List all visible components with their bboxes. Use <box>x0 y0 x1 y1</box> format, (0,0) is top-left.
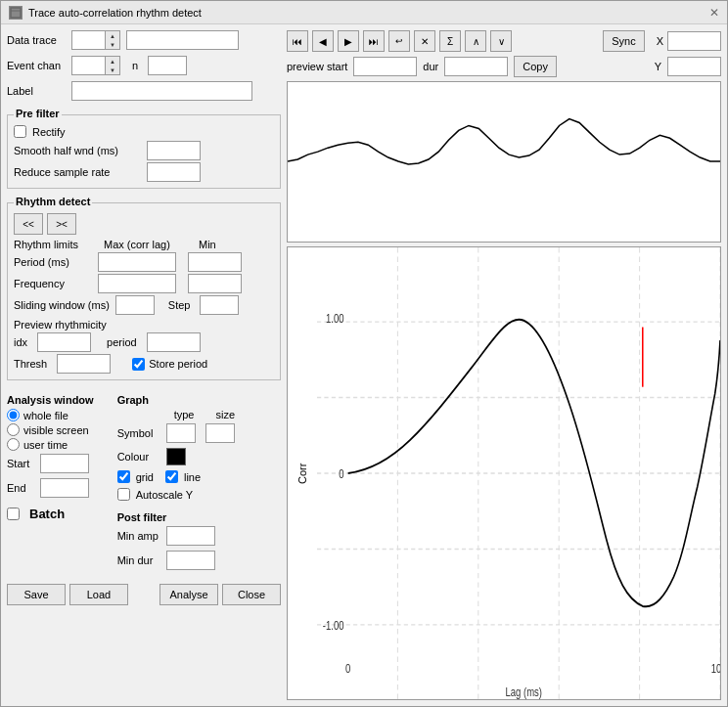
data-trace-input[interactable]: 1 <box>71 30 106 50</box>
colour-label: Colour <box>117 451 160 463</box>
user-time-row: user time <box>7 438 94 451</box>
grid-checkbox[interactable] <box>117 470 130 483</box>
symbol-size-input[interactable]: 0 <box>205 423 235 443</box>
colour-row: Colour <box>117 448 235 465</box>
rhythm-min-label: Min <box>199 239 216 250</box>
data-trace-spinner[interactable]: 1 ▲ ▼ <box>71 30 120 50</box>
n-label: n <box>132 60 138 71</box>
corr-label: Corr <box>296 463 308 483</box>
sum-btn[interactable]: Σ <box>439 30 461 52</box>
svg-text:-1.00: -1.00 <box>323 619 344 632</box>
main-window: Trace auto-correlation rhythm detect ✕ D… <box>0 0 728 707</box>
data-trace-name[interactable]: fly song <box>126 30 239 50</box>
period-max-input[interactable]: 10 <box>98 252 176 272</box>
visible-screen-radio[interactable] <box>7 423 20 436</box>
close-icon[interactable]: ✕ <box>709 6 719 20</box>
end-row: End 100 <box>7 478 94 498</box>
dur-input[interactable]: 30.000 <box>444 57 508 76</box>
visible-screen-row: visible screen <box>7 423 94 436</box>
min-dur-input[interactable]: 0 <box>166 551 215 570</box>
line-checkbox[interactable] <box>165 470 178 483</box>
min-amp-input[interactable]: 0 <box>166 526 215 546</box>
batch-label: Batch <box>29 507 65 521</box>
store-period-label: Store period <box>149 358 207 370</box>
close-button[interactable]: Close <box>222 584 281 605</box>
size-label: size <box>215 409 235 420</box>
event-chan-arrows[interactable]: ▲ ▼ <box>106 56 120 75</box>
sync-button[interactable]: Sync <box>603 30 644 52</box>
end-input[interactable]: 100 <box>40 478 89 498</box>
rectify-checkbox[interactable] <box>14 125 26 138</box>
analysis-graph-row: Analysis window whole file visible scree… <box>7 392 281 572</box>
start-label: Start <box>7 458 34 469</box>
start-input[interactable]: 0 <box>40 454 89 473</box>
load-button[interactable]: Load <box>69 584 128 605</box>
rhythm-nav-row: << >< <box>14 213 274 235</box>
smooth-label: Smooth half wnd (ms) <box>14 145 141 156</box>
thresh-input[interactable]: 0.5 <box>57 354 111 374</box>
batch-checkbox[interactable] <box>7 508 20 520</box>
smooth-input[interactable]: 0 <box>147 141 201 160</box>
period-row: Period (ms) 10 0 <box>14 252 274 272</box>
type-label: type <box>174 409 195 420</box>
sliding-input[interactable]: 30 <box>115 295 155 315</box>
autoscale-row: Autoscale Y <box>117 488 235 501</box>
up-btn[interactable]: ∧ <box>465 30 486 52</box>
grid-line-row: grid line <box>117 470 235 483</box>
freq-min-input[interactable] <box>188 274 242 293</box>
data-trace-arrows[interactable]: ▲ ▼ <box>106 30 120 50</box>
data-trace-up[interactable]: ▲ <box>106 31 119 40</box>
preview-row: preview start 3141.8 dur 30.000 Copy Y -… <box>287 56 721 77</box>
y-value[interactable]: -1.000 <box>667 57 721 76</box>
x-value[interactable]: 9.260 <box>667 31 721 51</box>
event-chan-spinner[interactable]: a ▲ ▼ <box>71 56 120 75</box>
preview-start-label: preview start <box>287 61 347 72</box>
save-button[interactable]: Save <box>7 584 66 605</box>
dur-label: dur <box>423 61 438 72</box>
last-btn[interactable]: ⏭ <box>363 30 385 52</box>
event-chan-down[interactable]: ▼ <box>106 66 119 74</box>
period-value-input[interactable]: 5.750 <box>147 332 201 352</box>
store-period-checkbox[interactable] <box>132 358 145 371</box>
down-btn[interactable]: ∨ <box>490 30 512 52</box>
event-chan-input[interactable]: a <box>71 56 106 75</box>
reduce-input[interactable]: 1 <box>147 162 201 182</box>
colour-picker[interactable] <box>166 448 186 465</box>
autoscale-checkbox[interactable] <box>117 488 130 501</box>
data-trace-row: Data trace 1 ▲ ▼ fly song <box>7 30 281 50</box>
preview-start-input[interactable]: 3141.8 <box>353 57 417 76</box>
copy-button[interactable]: Copy <box>514 56 557 77</box>
x-label: X <box>657 35 663 47</box>
event-chan-up[interactable]: ▲ <box>106 57 119 66</box>
sliding-label: Sliding window (ms) <box>14 299 110 311</box>
user-time-radio[interactable] <box>7 438 20 451</box>
whole-file-radio[interactable] <box>7 409 20 421</box>
cancel-btn[interactable]: ✕ <box>414 30 435 52</box>
graph-label: Graph <box>117 394 235 406</box>
data-trace-down[interactable]: ▼ <box>106 40 119 49</box>
step-input[interactable]: 10 <box>200 295 239 315</box>
n-input[interactable]: 0 <box>148 56 187 75</box>
rhythm-next-btn[interactable]: >< <box>47 213 76 235</box>
event-chan-row: Event chan a ▲ ▼ n 0 <box>7 56 281 75</box>
rhythm-prev-btn[interactable]: << <box>14 213 43 235</box>
freq-max-input[interactable]: 100.000 <box>98 274 176 293</box>
label-row: Label <box>7 81 281 101</box>
back1-btn[interactable]: ↩ <box>388 30 410 52</box>
next-btn[interactable]: ▶ <box>338 30 359 52</box>
analyse-button[interactable]: Analyse <box>159 584 218 605</box>
label-input[interactable] <box>71 81 252 101</box>
line-label: line <box>184 471 201 483</box>
prev-btn[interactable]: ◀ <box>312 30 334 52</box>
period-min-input[interactable]: 0 <box>188 252 242 272</box>
pre-filter-title: Pre filter <box>14 108 62 119</box>
svg-text:10.0: 10.0 <box>711 662 720 675</box>
label-label: Label <box>7 85 66 97</box>
idx-input[interactable]: 0.811 <box>37 332 91 352</box>
thresh-store-row: Thresh 0.5 Store period <box>14 354 274 374</box>
first-btn[interactable]: ⏮ <box>287 30 308 52</box>
chart-area: 1.00 0 -1.00 0 10.0 Lag (ms) <box>317 247 720 699</box>
rhythm-detect-title: Rhythm detect <box>14 196 92 207</box>
rhythm-limits-header: Rhythm limits Max (corr lag) Min <box>14 239 274 250</box>
symbol-type-input[interactable]: 1 <box>166 423 196 443</box>
